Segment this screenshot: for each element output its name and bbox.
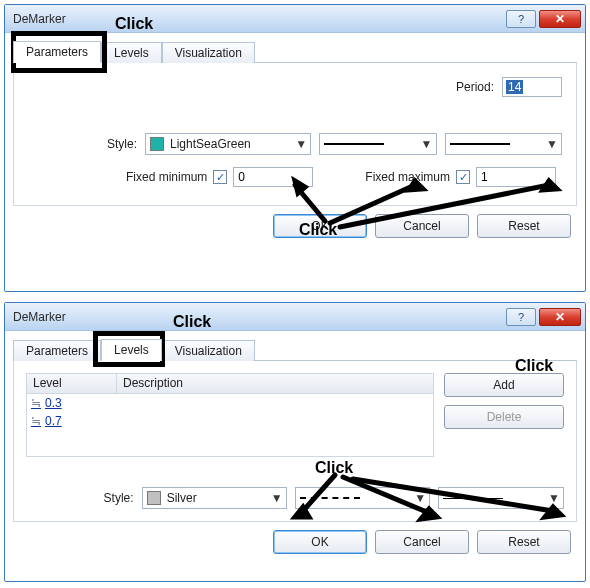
cancel-button[interactable]: Cancel: [375, 214, 469, 238]
tab-visualization[interactable]: Visualization: [162, 340, 255, 361]
style-label: Style:: [28, 137, 145, 151]
help-button[interactable]: ?: [506, 10, 536, 28]
chevron-down-icon: ▼: [270, 490, 284, 506]
fixed-max-input[interactable]: [476, 167, 556, 187]
period-label: Period:: [456, 80, 502, 94]
line-width-preview: [450, 143, 510, 145]
tab-parameters[interactable]: Parameters: [13, 41, 101, 63]
chevron-down-icon: ▼: [413, 490, 427, 506]
tab-bar: Parameters Levels Visualization: [13, 337, 577, 361]
fixed-max-label: Fixed maximum: [365, 170, 450, 184]
color-name: Silver: [167, 491, 197, 505]
grid-head-level[interactable]: Level: [27, 374, 117, 393]
tab-bar: Parameters Levels Visualization: [13, 39, 577, 63]
fixed-min-checkbox[interactable]: ✓: [213, 170, 227, 184]
reset-button[interactable]: Reset: [477, 214, 571, 238]
level-icon: ≒: [31, 396, 41, 410]
line-style-preview: [324, 143, 384, 145]
style-label: Style:: [26, 491, 142, 505]
period-value: 14: [506, 80, 523, 94]
level-value: 0.7: [45, 414, 62, 428]
line-width-combo[interactable]: ▼: [445, 133, 562, 155]
level-icon: ≒: [31, 414, 41, 428]
close-button[interactable]: ✕: [539, 308, 581, 326]
grid-head-description[interactable]: Description: [117, 374, 433, 393]
line-width-preview: [443, 498, 503, 499]
line-style-combo[interactable]: ▼: [295, 487, 430, 509]
levels-panel: Level Description ≒0.3 ≒0.7 Add Delete: [13, 361, 577, 522]
chevron-down-icon: ▼: [547, 490, 561, 506]
color-combo[interactable]: Silver ▼: [142, 487, 287, 509]
tab-parameters[interactable]: Parameters: [13, 340, 101, 361]
color-swatch: [150, 137, 164, 151]
chevron-down-icon: ▼: [420, 136, 434, 152]
color-combo[interactable]: LightSeaGreen ▼: [145, 133, 311, 155]
level-value: 0.3: [45, 396, 62, 410]
add-button[interactable]: Add: [444, 373, 564, 397]
dialog-levels: DeMarker ? ✕ Parameters Levels Visualiza…: [4, 302, 586, 582]
help-button[interactable]: ?: [506, 308, 536, 326]
dialog-parameters: DeMarker ? ✕ Parameters Levels Visualiza…: [4, 4, 586, 292]
chevron-down-icon: ▼: [545, 136, 559, 152]
titlebar[interactable]: DeMarker ? ✕: [5, 303, 585, 331]
ok-button[interactable]: OK: [273, 530, 367, 554]
cancel-button[interactable]: Cancel: [375, 530, 469, 554]
period-input[interactable]: 14: [502, 77, 562, 97]
tab-visualization[interactable]: Visualization: [162, 42, 255, 63]
tab-levels[interactable]: Levels: [101, 339, 162, 361]
line-style-combo[interactable]: ▼: [319, 133, 436, 155]
titlebar[interactable]: DeMarker ? ✕: [5, 5, 585, 33]
tab-levels[interactable]: Levels: [101, 42, 162, 63]
fixed-min-input[interactable]: [233, 167, 313, 187]
close-button[interactable]: ✕: [539, 10, 581, 28]
table-row[interactable]: ≒0.3: [27, 394, 433, 412]
ok-button[interactable]: OK: [273, 214, 367, 238]
reset-button[interactable]: Reset: [477, 530, 571, 554]
line-width-combo[interactable]: ▼: [438, 487, 564, 509]
window-title: DeMarker: [13, 310, 506, 324]
levels-grid[interactable]: Level Description ≒0.3 ≒0.7: [26, 373, 434, 457]
color-swatch: [147, 491, 161, 505]
chevron-down-icon: ▼: [294, 136, 308, 152]
parameters-panel: Period: 14 Style: LightSeaGreen ▼ ▼: [13, 63, 577, 206]
fixed-min-label: Fixed minimum: [126, 170, 207, 184]
delete-button[interactable]: Delete: [444, 405, 564, 429]
table-row[interactable]: ≒0.7: [27, 412, 433, 430]
color-name: LightSeaGreen: [170, 137, 251, 151]
window-title: DeMarker: [13, 12, 506, 26]
fixed-max-checkbox[interactable]: ✓: [456, 170, 470, 184]
line-style-preview: [300, 497, 360, 499]
